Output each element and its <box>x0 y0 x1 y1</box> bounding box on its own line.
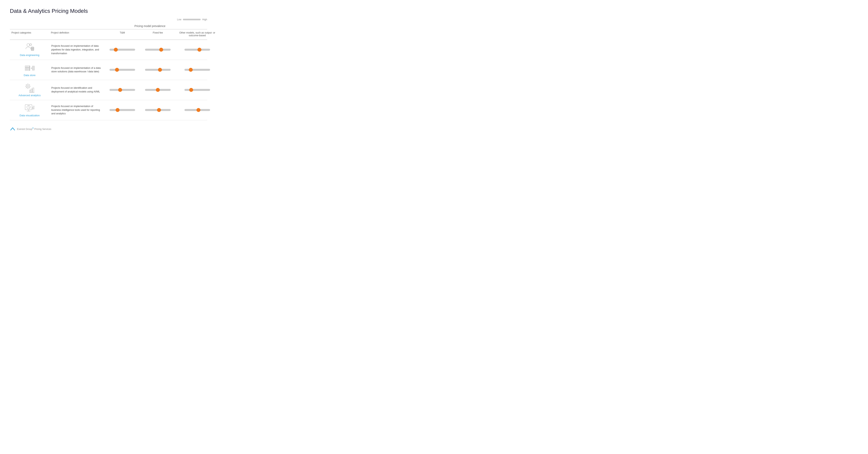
svg-point-30 <box>26 85 30 88</box>
slider-cell <box>104 89 140 91</box>
category-cell-data-engineering: Data engineering <box>10 42 49 57</box>
slider-dot <box>189 88 193 92</box>
slider-cell <box>176 49 217 51</box>
slider-cell <box>104 109 140 111</box>
svg-point-20 <box>29 70 30 70</box>
slider-dot <box>114 48 118 52</box>
slider-dot <box>189 68 193 72</box>
svg-rect-41 <box>31 89 32 92</box>
slider-track <box>184 109 210 111</box>
table-row: Data visualization Projects focused on i… <box>10 100 207 120</box>
slider-dot <box>156 88 160 92</box>
category-cell-advanced-analytics: Advanced analytics <box>10 83 49 97</box>
slider-track <box>145 89 170 91</box>
slider-cell <box>176 69 217 71</box>
col-header-fixed: Fixed fee <box>140 30 176 38</box>
col-header-definition: Project definition <box>49 30 104 38</box>
svg-point-0 <box>27 43 30 46</box>
page-title: Data & Analytics Pricing Models <box>10 8 207 14</box>
svg-line-37 <box>29 88 30 88</box>
category-cell-data-store: Data store <box>10 63 49 77</box>
definition-cell-advanced-analytics: Projects focused on identification and d… <box>49 86 104 94</box>
svg-rect-51 <box>33 106 34 109</box>
slider-track <box>184 89 210 91</box>
svg-line-39 <box>26 88 26 88</box>
slider-cell <box>176 109 217 111</box>
col-header-category: Project categories <box>10 30 49 38</box>
svg-rect-5 <box>31 49 34 50</box>
svg-line-36 <box>26 84 26 85</box>
footer: Everest Group® Pricing Services <box>10 126 207 132</box>
category-name-data-store: Data store <box>24 74 35 77</box>
table-row: Advanced analytics Projects focused on i… <box>10 80 207 100</box>
slider-dot <box>118 88 122 92</box>
slider-dot <box>116 108 120 112</box>
svg-rect-50 <box>32 107 33 109</box>
prevalence-header: Pricing model prevalence <box>10 25 207 29</box>
footer-brand: Everest Group® Pricing Services <box>17 127 51 130</box>
svg-rect-40 <box>30 90 31 92</box>
slider-dot <box>159 48 163 52</box>
slider-track <box>184 49 210 51</box>
table-row: Data engineering Projects focused on imp… <box>10 40 207 60</box>
slider-dot <box>197 48 202 52</box>
category-name-data-visualization: Data visualization <box>20 114 40 117</box>
definition-cell-data-store: Projects focused on implementation of a … <box>49 66 104 74</box>
definition-cell-data-visualization: Projects focused on implementation of bu… <box>49 104 104 116</box>
definition-cell-data-engineering: Projects focused on implementation of da… <box>49 44 104 55</box>
legend-high-label: High <box>202 18 207 21</box>
legend-bar <box>183 19 200 20</box>
category-cell-data-visualization: Data visualization <box>10 103 49 117</box>
category-name-data-engineering: Data engineering <box>20 54 39 57</box>
slider-track <box>145 69 170 71</box>
svg-point-19 <box>29 68 30 68</box>
svg-point-31 <box>27 86 29 87</box>
slider-cell <box>140 49 176 51</box>
svg-rect-42 <box>33 88 34 93</box>
category-name-advanced-analytics: Advanced analytics <box>19 94 41 97</box>
svg-line-13 <box>31 43 32 44</box>
slider-track <box>110 49 135 51</box>
col-header-tm: T&M <box>104 30 140 38</box>
slider-track <box>110 109 135 111</box>
slider-cell <box>140 69 176 71</box>
legend-low-label: Low <box>177 18 181 21</box>
slider-dot <box>157 108 161 112</box>
slider-track <box>145 109 170 111</box>
svg-line-38 <box>29 84 30 85</box>
slider-cell <box>104 69 140 71</box>
table-rows: Data engineering Projects focused on imp… <box>10 40 207 120</box>
slider-cell <box>176 89 217 91</box>
svg-point-18 <box>29 66 30 67</box>
slider-track <box>110 69 135 71</box>
slider-dot <box>196 108 200 112</box>
slider-dot <box>115 68 119 72</box>
slider-cell <box>140 109 176 111</box>
svg-rect-2 <box>31 47 34 49</box>
col-header-other: Other models, such as output- or outcome… <box>176 30 217 38</box>
pricing-table: Project categories Project definition T&… <box>10 30 207 120</box>
slider-track <box>110 89 135 91</box>
column-headers: Project categories Project definition T&… <box>10 30 207 40</box>
slider-track <box>145 49 170 51</box>
svg-point-6 <box>30 44 32 45</box>
slider-cell <box>104 49 140 51</box>
table-row: Data store Projects focused on implement… <box>10 60 207 80</box>
slider-dot <box>158 68 162 72</box>
svg-line-49 <box>29 107 30 108</box>
slider-track <box>184 69 210 71</box>
slider-cell <box>140 89 176 91</box>
everest-group-logo-icon <box>10 126 16 132</box>
legend-row: Low High <box>10 18 207 21</box>
